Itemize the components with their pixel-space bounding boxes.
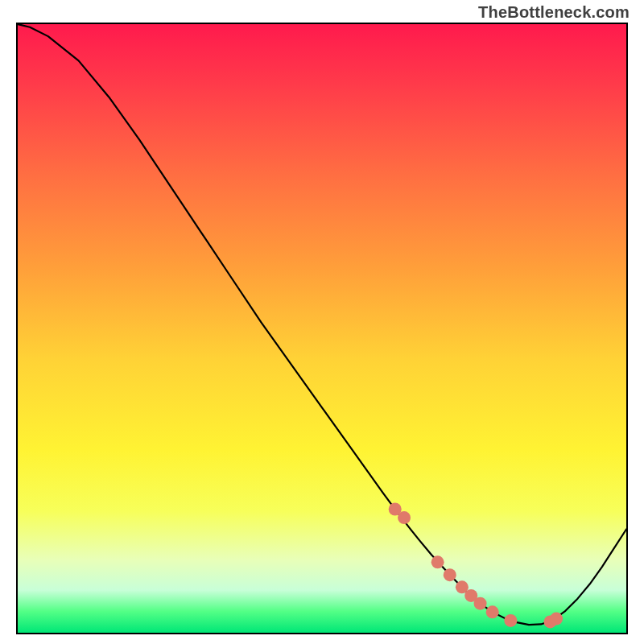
curve-line <box>18 24 626 625</box>
marker-point <box>444 568 456 581</box>
marker-point <box>486 605 499 618</box>
marker-group <box>389 503 563 629</box>
marker-point <box>398 511 411 524</box>
attribution-label: TheBottleneck.com <box>478 3 630 22</box>
marker-point <box>504 614 517 627</box>
plot-area <box>16 23 628 634</box>
chart-container: TheBottleneck.com <box>0 0 644 644</box>
marker-point <box>431 555 444 568</box>
marker-point <box>550 613 563 625</box>
chart-svg <box>18 24 626 633</box>
marker-point <box>474 597 487 610</box>
